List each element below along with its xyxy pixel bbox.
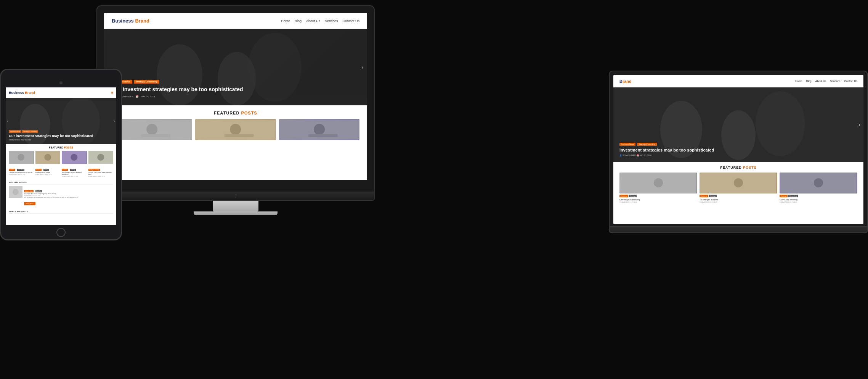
tablet-feat-tag-4a: Strategy Consulting — [88, 169, 100, 171]
imac-nav-services[interactable]: Services — [325, 19, 338, 23]
laptop-feat-3[interactable]: Strategy Consulting GDPR data watching S… — [780, 173, 857, 203]
tablet-hero-content: Business News Strategy Consulting Our in… — [9, 130, 113, 141]
svg-point-29 — [44, 154, 51, 161]
imac-nav-about[interactable]: About Us — [306, 19, 320, 23]
laptop-hero-meta: 👤 SIGMATHEMES 📅 MAY 25, 2018 — [619, 154, 857, 156]
laptop-logo: Brand — [619, 79, 632, 84]
laptop-nav-about[interactable]: About Us — [815, 80, 826, 82]
laptop-feat-tag-3a: Strategy — [780, 195, 788, 197]
tablet-featured-highlight: POSTS — [64, 146, 73, 149]
tablet-feat-tag-1b: Case Study — [17, 169, 25, 171]
tablet-feat-tag-3a: Business — [62, 169, 68, 171]
tablet-hero-next[interactable]: › — [114, 119, 115, 123]
laptop-logo-rand: rand — [623, 79, 632, 84]
tablet-tag-2: Strategy Consulting — [22, 130, 38, 133]
imac-device: Business Brand Home Blog About Us Servic… — [96, 5, 375, 215]
tablet-home-button[interactable] — [56, 228, 66, 237]
imac-hero-next-arrow[interactable]: › — [361, 64, 363, 70]
laptop-featured-grid: Business Strategy Connect your adipiscin… — [619, 173, 857, 203]
tablet-feat-tags-4: Strategy Consulting — [88, 165, 114, 172]
svg-rect-12 — [308, 134, 338, 137]
tablet-featured-grid: Business Case Study Connect your adipisc… — [9, 151, 113, 177]
imac-nav: Home Blog About Us Services Contact Us — [281, 19, 359, 23]
tablet-feat-label-3: Tax changes to your dividend allowance — [62, 172, 87, 176]
tablet-feat-2[interactable]: Business Strategy Heading title of image… — [35, 151, 61, 177]
laptop-featured-highlight: POSTS — [743, 166, 757, 169]
tablet-feat-tag-1a: Business — [9, 169, 15, 171]
tablet-popular-section: POPULAR POSTS — [6, 209, 116, 216]
tablet-recent-item-title: Post With The Featured Image On Head Pan… — [24, 193, 79, 195]
laptop-feat-meta-3: SIGMATHEMES • FEB 25 — [780, 201, 857, 203]
tablet-menu-icon[interactable]: ≡ — [111, 90, 113, 95]
laptop-featured-label: FEATURED — [720, 166, 741, 169]
laptop-feat-1[interactable]: Business Strategy Connect your adipiscin… — [619, 173, 697, 203]
imac-hero-meta: 👤 SIGMATHEMES 📅 MAY 25, 2018 — [112, 95, 359, 98]
imac-featured-item-2[interactable] — [195, 119, 276, 140]
tablet-feat-img-1 — [9, 151, 34, 164]
tablet-read-more-btn[interactable]: Read More — [24, 202, 35, 205]
tablet-recent-item-1: Business News Extra Tips Post With The F… — [9, 186, 113, 206]
tablet-popular-title: POPULAR POSTS — [9, 210, 113, 214]
svg-point-8 — [230, 124, 241, 135]
imac-hero-title: Our investment strategies may be too sop… — [112, 86, 359, 93]
laptop-bottom-bar — [609, 227, 868, 233]
imac-logo-brand: Brand — [135, 18, 149, 24]
laptop-nav-blog[interactable]: Blog — [806, 80, 812, 82]
tablet-screen: Business Brand ≡ ‹ — [6, 87, 116, 225]
svg-point-31 — [71, 154, 77, 161]
laptop-feat-tags-3: Strategy Consulting — [780, 195, 857, 198]
imac-featured-title: FEATURED POSTS — [112, 111, 359, 115]
imac-logo-business: Business — [112, 18, 134, 24]
laptop-feat-tag-3b: Consulting — [788, 195, 798, 197]
imac-hero-content: Business News Strategy Consulting Our in… — [112, 80, 359, 98]
tablet-feat-3[interactable]: Business Strategy Tax changes to your di… — [62, 151, 87, 177]
laptop-nav-services[interactable]: Services — [830, 80, 841, 82]
laptop-hero-content: Business News Strategy Consulting invest… — [619, 143, 857, 156]
tablet-recent-img-1 — [9, 186, 22, 198]
tablet-recent-section: RECENT POSTS Business News Extra Tips Po… — [6, 180, 116, 209]
tablet-feat-1[interactable]: Business Case Study Connect your adipisc… — [9, 151, 34, 177]
imac-featured-item-3[interactable] — [279, 119, 359, 140]
tablet-site-header: Business Brand ≡ — [6, 87, 116, 98]
imac-screen: Business Brand Home Blog About Us Servic… — [104, 13, 367, 180]
imac-featured-grid — [112, 119, 359, 140]
tablet-recent-item-content: Business News Extra Tips Post With The F… — [24, 186, 79, 206]
tablet-feat-tags-2: Business Strategy — [35, 165, 61, 172]
laptop-device: Brand Home Blog About Us Services Contac… — [609, 71, 868, 233]
imac-hero-tags: Business News Strategy Consulting — [112, 80, 359, 84]
tablet-tag-1: Business News — [9, 130, 21, 133]
laptop-hero: Business News Strategy Consulting invest… — [613, 87, 863, 162]
tablet-feat-meta-1: SIGMATHEMES • FEB 25, 2018 — [9, 174, 34, 176]
laptop-feat-meta-2: SIGMATHEMES • FEB 25 — [700, 201, 777, 203]
imac-featured-item-1[interactable] — [112, 119, 192, 140]
laptop-feat-tag-1b: Strategy — [629, 195, 637, 197]
laptop-tag-1: Business News — [619, 143, 635, 146]
imac-logo: Business Brand — [112, 18, 149, 24]
tablet-feat-label-2: Heading title of image — [35, 172, 61, 174]
tablet-recent-item-tags: Business News Extra Tips — [24, 186, 79, 193]
tablet-logo-brand: Brand — [25, 91, 35, 95]
laptop-hero-title: investment strategies may be too sophist… — [619, 147, 857, 153]
imac-featured-section: FEATURED POSTS — [104, 105, 367, 145]
tablet-feat-label-4: GDPR: 'Don't panic' data watching says — [88, 172, 114, 176]
laptop-hero-arrow[interactable]: › — [859, 122, 860, 127]
svg-point-35 — [13, 189, 19, 195]
svg-point-11 — [314, 124, 325, 135]
tablet-hero-prev[interactable]: ‹ — [7, 119, 8, 123]
imac-site-header: Business Brand Home Blog About Us Servic… — [104, 13, 367, 29]
imac-nav-contact[interactable]: Contact Us — [342, 19, 359, 23]
laptop-feat-label-1: Connect your adipiscing — [619, 198, 697, 201]
laptop-nav-home[interactable]: Home — [795, 80, 802, 82]
laptop-date: MAY 25, 2018 — [640, 154, 651, 156]
imac-nav-blog[interactable]: Blog — [295, 19, 302, 23]
laptop-feat-tags-2: Business Strategy — [700, 195, 777, 198]
imac-nav-home[interactable]: Home — [281, 19, 290, 23]
tablet-feat-4[interactable]: Strategy Consulting GDPR: 'Don't panic' … — [88, 151, 114, 177]
laptop-feat-2[interactable]: Business Strategy Tax changes dividend S… — [700, 173, 777, 203]
laptop-feat-label-3: GDPR data watching — [780, 198, 857, 201]
tablet-hero: ‹ Business News Strategy Consulting Our … — [6, 98, 116, 144]
tablet-recent-excerpt: But in certain circumstances and owing t… — [24, 197, 79, 199]
laptop-feat-img-3 — [780, 173, 857, 194]
tablet-feat-img-4 — [88, 151, 114, 164]
laptop-nav-contact[interactable]: Contact Us — [844, 80, 857, 82]
